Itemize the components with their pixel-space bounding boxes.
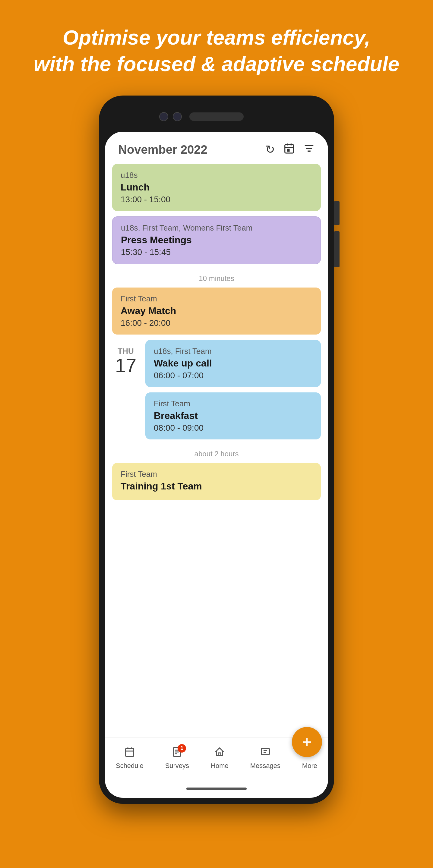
- event-card-lunch[interactable]: u18s Lunch 13:00 - 15:00: [112, 164, 321, 211]
- lunch-time: 13:00 - 15:00: [121, 195, 312, 204]
- nav-schedule[interactable]: Schedule: [116, 747, 144, 770]
- event-card-wakeup[interactable]: u18s, First Team Wake up call 06:00 - 07…: [145, 340, 321, 387]
- schedule-icon: [124, 747, 135, 760]
- wakeup-team: u18s, First Team: [154, 347, 312, 356]
- svg-rect-8: [125, 748, 134, 756]
- phone-top-bar: [105, 101, 328, 132]
- surveys-badge: 1: [178, 744, 186, 752]
- training-name: Training 1st Team: [121, 481, 312, 492]
- fab-add[interactable]: +: [292, 727, 322, 757]
- svg-rect-4: [287, 149, 289, 151]
- hero-section: Optimise your teams efficiency, with the…: [10, 24, 424, 78]
- schedule-label: Schedule: [116, 762, 144, 770]
- breakfast-team: First Team: [154, 399, 312, 408]
- svg-rect-16: [218, 753, 221, 755]
- gap-2hrs: about 2 hours: [112, 445, 321, 463]
- side-btn-2: [334, 231, 340, 267]
- side-buttons: [334, 201, 340, 267]
- messages-label: Messages: [250, 762, 281, 770]
- phone-shell: November 2022 ↻: [99, 96, 334, 804]
- more-label: More: [302, 762, 317, 770]
- filter-icon[interactable]: [304, 143, 315, 157]
- phone-speaker: [190, 113, 243, 121]
- lunch-team: u18s: [121, 170, 312, 180]
- home-label: Home: [211, 762, 229, 770]
- camera-right: [173, 112, 182, 121]
- away-name: Away Match: [121, 305, 312, 316]
- event-card-training[interactable]: First Team Training 1st Team: [112, 463, 321, 500]
- header-icons: ↻: [265, 143, 315, 157]
- phone-bottom-bar: [105, 780, 328, 798]
- nav-surveys[interactable]: 1 Surveys: [165, 747, 189, 770]
- month-title: November 2022: [118, 143, 207, 156]
- surveys-label: Surveys: [165, 762, 189, 770]
- press-name: Press Meetings: [121, 235, 312, 246]
- home-indicator: [186, 787, 247, 790]
- calendar-icon[interactable]: [284, 143, 295, 157]
- phone-screen: November 2022 ↻: [105, 132, 328, 798]
- app-header: November 2022 ↻: [105, 132, 328, 164]
- day-number-thu: 17: [115, 356, 136, 375]
- nav-home[interactable]: Home: [211, 747, 229, 770]
- thursday-row: THU 17 u18s, First Team Wake up call 06:…: [112, 340, 321, 445]
- press-time: 15:30 - 15:45: [121, 247, 312, 257]
- press-team: u18s, First Team, Womens First Team: [121, 223, 312, 233]
- svg-rect-17: [261, 748, 269, 755]
- add-icon: +: [302, 734, 312, 750]
- event-card-breakfast[interactable]: First Team Breakfast 08:00 - 09:00: [145, 393, 321, 439]
- hero-line2: with the focused & adaptive schedule: [34, 53, 400, 75]
- thursday-events: u18s, First Team Wake up call 06:00 - 07…: [145, 340, 321, 445]
- away-team: First Team: [121, 294, 312, 304]
- app-content: u18s Lunch 13:00 - 15:00 u18s, First Tea…: [105, 164, 328, 738]
- messages-icon: [260, 747, 271, 760]
- away-time: 16:00 - 20:00: [121, 318, 312, 328]
- lunch-name: Lunch: [121, 182, 312, 193]
- refresh-icon[interactable]: ↻: [265, 143, 275, 156]
- side-btn-1: [334, 201, 340, 225]
- hero-line1: Optimise your teams efficiency,: [63, 26, 370, 49]
- camera-left: [159, 112, 168, 121]
- event-card-away-match[interactable]: First Team Away Match 16:00 - 20:00: [112, 287, 321, 335]
- training-team: First Team: [121, 470, 312, 479]
- breakfast-name: Breakfast: [154, 410, 312, 421]
- breakfast-time: 08:00 - 09:00: [154, 423, 312, 433]
- nav-messages[interactable]: Messages: [250, 747, 281, 770]
- wakeup-time: 06:00 - 07:00: [154, 371, 312, 380]
- day-label-thu: THU 17: [112, 340, 139, 375]
- gap-10min: 10 minutes: [112, 270, 321, 287]
- event-card-press[interactable]: u18s, First Team, Womens First Team Pres…: [112, 216, 321, 264]
- surveys-icon: 1: [172, 747, 182, 760]
- home-icon: [214, 747, 225, 760]
- wakeup-name: Wake up call: [154, 358, 312, 369]
